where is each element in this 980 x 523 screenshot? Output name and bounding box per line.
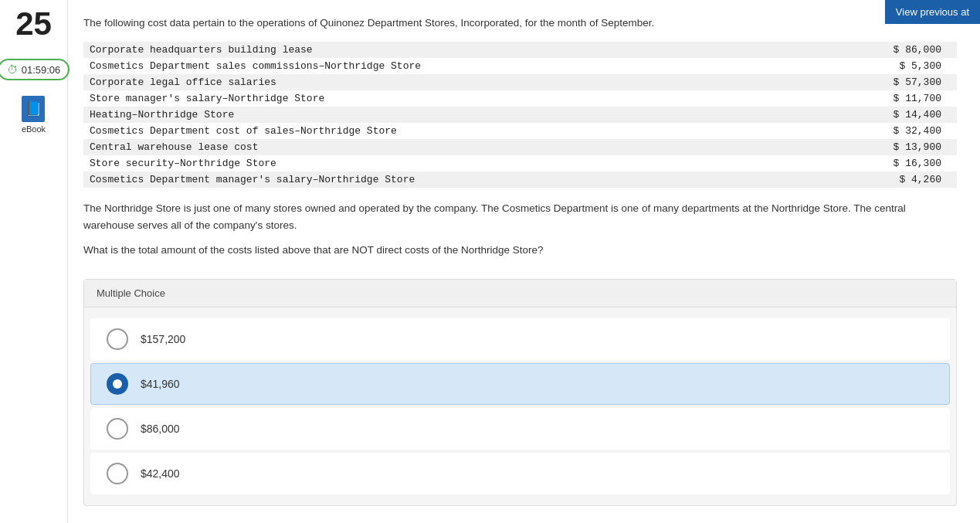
radio-circle xyxy=(107,373,128,395)
cost-item-amount: $ 14,400 xyxy=(809,107,957,123)
question-text: What is the total amount of the costs li… xyxy=(83,244,957,256)
radio-circle xyxy=(107,463,128,484)
cost-item-label: Heating–Northridge Store xyxy=(83,107,809,123)
cost-item-label: Cosmetics Department sales commissions–N… xyxy=(83,58,809,74)
mc-label: Multiple Choice xyxy=(84,280,956,307)
option-label: $42,400 xyxy=(141,467,180,480)
cost-item-amount: $ 13,900 xyxy=(809,139,957,155)
cost-item-amount: $ 5,300 xyxy=(809,58,957,74)
top-bar: View previous at xyxy=(885,0,980,24)
description-text: The Northridge Store is just one of many… xyxy=(83,200,957,233)
ebook-icon: 📘 xyxy=(22,96,45,122)
radio-circle xyxy=(107,328,128,350)
ebook-label: eBook xyxy=(22,124,46,134)
mc-option[interactable]: $86,000 xyxy=(90,408,950,450)
mc-option[interactable]: $42,400 xyxy=(90,453,950,494)
cost-item-amount: $ 57,300 xyxy=(809,74,957,90)
cost-table: Corporate headquarters building lease$ 8… xyxy=(83,42,957,188)
cost-item-amount: $ 32,400 xyxy=(809,123,957,139)
view-previous-button[interactable]: View previous at xyxy=(885,0,980,24)
cost-item-label: Store security–Northridge Store xyxy=(83,155,809,172)
cost-item-amount: $ 4,260 xyxy=(809,172,957,188)
cost-item-label: Corporate headquarters building lease xyxy=(83,42,809,58)
question-intro: The following cost data pertain to the o… xyxy=(83,15,957,31)
ebook-button[interactable]: 📘 eBook xyxy=(22,96,46,134)
option-label: $86,000 xyxy=(141,423,180,435)
mc-option[interactable]: $41,960 xyxy=(90,363,950,405)
cost-item-amount: $ 16,300 xyxy=(809,155,957,172)
main-content: The following cost data pertain to the o… xyxy=(68,0,980,521)
cost-item-label: Store manager's salary–Northridge Store xyxy=(83,90,809,107)
cost-item-label: Cosmetics Department cost of sales–North… xyxy=(83,123,809,139)
cost-item-amount: $ 86,000 xyxy=(809,42,957,58)
cost-item-label: Corporate legal office salaries xyxy=(83,74,809,90)
cost-item-label: Central warehouse lease cost xyxy=(83,139,809,155)
multiple-choice-section: Multiple Choice $157,200$41,960$86,000$4… xyxy=(83,279,957,506)
question-number: 25 xyxy=(15,8,52,40)
timer-icon: ⏱ xyxy=(7,63,18,76)
left-sidebar: 25 ⏱ 01:59:06 📘 eBook xyxy=(0,0,68,521)
mc-option[interactable]: $157,200 xyxy=(90,318,950,360)
radio-circle xyxy=(107,418,128,440)
mc-options: $157,200$41,960$86,000$42,400 xyxy=(84,307,956,505)
cost-item-amount: $ 11,700 xyxy=(809,90,957,107)
option-label: $157,200 xyxy=(141,333,185,345)
cost-item-label: Cosmetics Department manager's salary–No… xyxy=(83,172,809,188)
timer-value: 01:59:06 xyxy=(22,64,61,76)
timer-badge[interactable]: ⏱ 01:59:06 xyxy=(0,59,70,80)
option-label: $41,960 xyxy=(141,378,180,390)
